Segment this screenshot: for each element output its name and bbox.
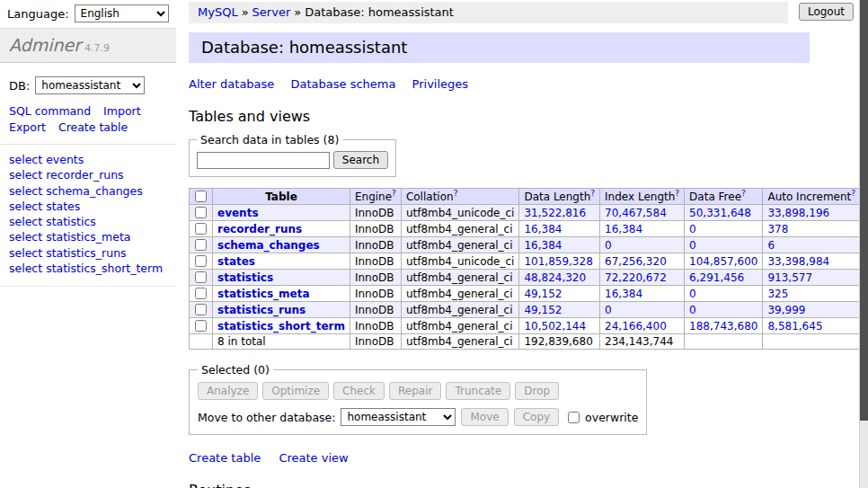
row-select-checkbox[interactable]	[195, 304, 207, 315]
index-length-link[interactable]: 70,467,584	[605, 207, 667, 219]
select-link[interactable]: select	[9, 215, 42, 228]
auto-increment-link[interactable]: 6	[767, 239, 775, 252]
scrollbar-thumb[interactable]	[860, 0, 868, 421]
table-link-statistics[interactable]: statistics	[46, 215, 96, 228]
table-name-link[interactable]: statistics_runs	[217, 304, 306, 316]
row-select-checkbox[interactable]	[195, 239, 207, 251]
auto-increment-link[interactable]: 378	[767, 223, 788, 235]
move-database-select[interactable]: homeassistant	[341, 408, 456, 426]
auto-increment-link[interactable]: 33,398,984	[767, 255, 829, 268]
select-link[interactable]: select	[9, 200, 42, 213]
create-view-link[interactable]: Create view	[279, 451, 348, 465]
help-link[interactable]: ?	[851, 189, 855, 198]
data-free-link[interactable]: 50,331,648	[689, 207, 751, 219]
row-select-checkbox[interactable]	[195, 288, 207, 299]
copy-button[interactable]: Copy	[514, 408, 559, 426]
select-link[interactable]: select	[9, 246, 42, 260]
auto-increment-link[interactable]: 913,577	[767, 271, 812, 284]
table-name-link[interactable]: schema_changes	[217, 239, 320, 252]
index-length-link[interactable]: 72,220,672	[605, 271, 667, 284]
help-link[interactable]: ?	[590, 189, 595, 198]
table-name-link[interactable]: events	[217, 207, 259, 219]
search-input[interactable]	[197, 152, 330, 169]
data-free-link[interactable]: 188,743,680	[689, 320, 757, 333]
auto-increment-link[interactable]: 325	[767, 288, 788, 300]
index-length-link[interactable]: 24,166,400	[605, 320, 667, 333]
database-schema-link[interactable]: Database schema	[291, 77, 396, 91]
data-free-link[interactable]: 104,857,600	[689, 255, 757, 268]
table-name-link[interactable]: statistics	[217, 271, 273, 284]
breadcrumb-link-mysql[interactable]: MySQL	[198, 5, 238, 19]
language-select[interactable]: English	[75, 4, 169, 22]
sidebar-link-sql-command[interactable]: SQL command	[9, 104, 91, 118]
data-free-link[interactable]: 0	[689, 304, 696, 316]
select-all-checkbox[interactable]	[195, 191, 207, 202]
select-link[interactable]: select	[9, 153, 42, 166]
table-name-link[interactable]: statistics_meta	[217, 288, 310, 300]
data-length-link[interactable]: 101,859,328	[524, 255, 592, 268]
index-length-link[interactable]: 0	[605, 304, 612, 316]
data-length-link[interactable]: 49,152	[524, 288, 562, 300]
truncate-button[interactable]: Truncate	[446, 382, 510, 400]
select-link[interactable]: select	[9, 184, 42, 198]
sidebar-link-create-table[interactable]: Create table	[58, 120, 128, 134]
table-link-schema-changes[interactable]: schema_changes	[46, 184, 143, 198]
data-free-link[interactable]: 0	[689, 239, 696, 252]
index-length-cell: 67,256,320	[600, 253, 685, 270]
table-link-recorder-runs[interactable]: recorder_runs	[46, 168, 124, 182]
create-table-link[interactable]: Create table	[189, 451, 261, 465]
data-length-link[interactable]: 48,824,320	[524, 271, 586, 284]
data-length-link[interactable]: 10,502,144	[524, 320, 586, 333]
table-name-link[interactable]: recorder_runs	[217, 223, 302, 235]
move-button[interactable]: Move	[461, 408, 508, 426]
index-length-link[interactable]: 16,384	[605, 288, 642, 300]
table-link-states[interactable]: states	[46, 200, 80, 213]
row-select-checkbox[interactable]	[195, 271, 207, 283]
table-link-events[interactable]: events	[46, 153, 84, 166]
help-link[interactable]: ?	[454, 189, 458, 198]
select-link[interactable]: select	[9, 230, 42, 244]
index-length-link[interactable]: 67,256,320	[605, 255, 667, 268]
data-length-link[interactable]: 49,152	[524, 304, 562, 316]
help-link[interactable]: ?	[392, 189, 396, 198]
optimize-button[interactable]: Optimize	[262, 382, 329, 400]
search-button[interactable]: Search	[333, 151, 388, 169]
table-name-link[interactable]: statistics_short_term	[217, 320, 345, 333]
data-free-link[interactable]: 0	[689, 288, 696, 300]
row-select-checkbox[interactable]	[195, 255, 207, 267]
sidebar-link-import[interactable]: Import	[103, 104, 141, 118]
row-select-checkbox[interactable]	[195, 207, 207, 218]
overwrite-checkbox[interactable]	[568, 412, 580, 423]
breadcrumb-link-server[interactable]: Server	[252, 5, 291, 19]
alter-database-link[interactable]: Alter database	[189, 77, 274, 91]
index-length-link[interactable]: 16,384	[605, 223, 642, 235]
index-length-link[interactable]: 0	[605, 239, 612, 252]
db-select[interactable]: homeassistant	[35, 76, 145, 94]
table-name-link[interactable]: states	[217, 255, 255, 268]
scrollbar[interactable]	[859, 0, 868, 488]
help-link[interactable]: ?	[675, 189, 679, 198]
data-free-link[interactable]: 0	[689, 223, 696, 235]
data-length-link[interactable]: 16,384	[524, 223, 562, 235]
auto-increment-link[interactable]: 39,999	[767, 304, 805, 316]
row-select-checkbox[interactable]	[195, 320, 207, 332]
table-link-statistics-short-term[interactable]: statistics_short_term	[46, 262, 163, 275]
repair-button[interactable]: Repair	[389, 382, 441, 400]
row-select-checkbox[interactable]	[195, 223, 207, 235]
select-link[interactable]: select	[9, 262, 42, 275]
logout-button[interactable]: Logout	[799, 3, 854, 21]
table-link-statistics-meta[interactable]: statistics_meta	[46, 230, 130, 244]
drop-button[interactable]: Drop	[515, 382, 559, 400]
data-free-link[interactable]: 6,291,456	[689, 271, 744, 284]
data-length-link[interactable]: 31,522,816	[524, 207, 586, 219]
auto-increment-link[interactable]: 33,898,196	[767, 207, 829, 219]
sidebar-link-export[interactable]: Export	[9, 120, 46, 134]
check-button[interactable]: Check	[333, 382, 385, 400]
auto-increment-link[interactable]: 8,581,645	[767, 320, 822, 333]
data-length-link[interactable]: 16,384	[524, 239, 562, 252]
table-link-statistics-runs[interactable]: statistics_runs	[46, 246, 126, 260]
privileges-link[interactable]: Privileges	[412, 77, 469, 91]
select-link[interactable]: select	[9, 168, 42, 182]
analyze-button[interactable]: Analyze	[198, 382, 258, 400]
help-link[interactable]: ?	[741, 189, 746, 198]
